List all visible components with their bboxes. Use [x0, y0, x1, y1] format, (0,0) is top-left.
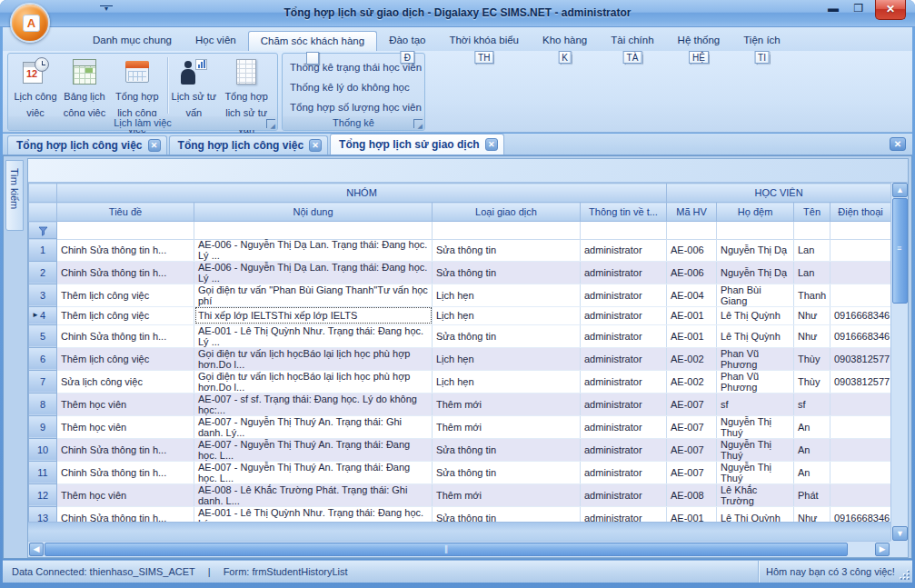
horizontal-scroll-thumb[interactable] — [45, 543, 848, 556]
cell-r2c5[interactable]: AE-006 — [667, 261, 717, 284]
cell-r4c4[interactable]: administrator — [581, 306, 667, 324]
table-row-6[interactable]: 6Thêm lịch công việcGọi điện tư vấn lịch… — [29, 347, 891, 370]
ribbon-tab-5[interactable]: Thời khóa biểuTH — [437, 31, 531, 51]
cell-r4c8[interactable]: 0916668346 — [830, 306, 891, 324]
cell-r7c8[interactable]: 0903812577 — [830, 370, 891, 393]
cell-r6c2[interactable]: Gọi điện tư vấn lịch họcBáo lại lịch học… — [194, 347, 433, 370]
filter-cell-3[interactable] — [433, 222, 581, 240]
cell-r4c6[interactable]: Lê Thị Quỳnh — [717, 306, 794, 324]
dialog-launcher-icon[interactable] — [413, 119, 423, 128]
cell-r5c3[interactable]: Sửa thông tin — [433, 324, 581, 347]
table-row-4[interactable]: ►4Thêm lịch công việcThi xếp lớp IELTSTh… — [29, 306, 891, 324]
cell-r3c5[interactable]: AE-004 — [667, 284, 717, 306]
document-tab-2[interactable]: Tổng hợp lịch công việc✕ — [169, 135, 329, 154]
cell-r11c6[interactable]: Nguyễn Thị Thuý — [717, 461, 794, 483]
ribbon-tab-4[interactable]: Đào tạoĐ — [377, 31, 437, 51]
cell-r3c2[interactable]: Gọi điện tư vấn "Phan Bùi Giang Thanh"Tư… — [194, 284, 433, 306]
cell-r2c4[interactable]: administrator — [581, 261, 667, 284]
scroll-left-icon[interactable]: ◀ — [29, 543, 44, 556]
tab-close-icon[interactable]: ✕ — [309, 139, 322, 152]
cell-r9c2[interactable]: AE-007 - Nguyễn Thị Thuý An. Trạng thái:… — [194, 415, 433, 438]
cell-r10c5[interactable]: AE-007 — [667, 438, 717, 461]
column-header-1[interactable]: Tiêu đề — [57, 203, 194, 222]
cell-r7c5[interactable]: AE-002 — [667, 370, 717, 393]
grid-group-panel[interactable] — [28, 159, 908, 183]
cell-r9c1[interactable]: Thêm học viên — [57, 415, 194, 438]
cell-r2c1[interactable]: Chinh Sửa thông tin h... — [57, 261, 194, 284]
cell-r1c4[interactable]: administrator — [581, 239, 667, 262]
cell-r5c4[interactable]: administrator — [581, 324, 667, 347]
cell-r4c5[interactable]: AE-001 — [667, 306, 717, 324]
cell-r10c7[interactable]: An — [794, 438, 830, 461]
cell-r7c1[interactable]: Sửa lịch công việc — [57, 370, 194, 393]
filter-cell-2[interactable] — [194, 222, 433, 240]
cell-r1c1[interactable]: Chinh Sửa thông tin h... — [57, 239, 194, 262]
cell-r9c8[interactable] — [830, 415, 891, 438]
column-header-4[interactable]: Thông tin về t... — [581, 203, 667, 222]
cell-r9c4[interactable]: administrator — [581, 415, 667, 438]
cell-r5c1[interactable]: Chinh Sửa thông tin h... — [57, 324, 194, 347]
cell-r11c2[interactable]: AE-007 - Nguyễn Thị Thuý An. Trạng thái:… — [194, 461, 433, 483]
cell-r7c4[interactable]: administrator — [581, 370, 667, 393]
cell-r10c8[interactable] — [830, 438, 891, 461]
cell-r4c1[interactable]: Thêm lịch công việc — [57, 306, 194, 324]
row-indicator[interactable]: 3 — [29, 284, 57, 306]
minimize-icon[interactable]: ▬ — [821, 0, 846, 18]
ribbon-tab-6[interactable]: Kho hàngK — [531, 31, 599, 51]
cell-r8c7[interactable]: sf — [794, 393, 830, 415]
cell-r1c5[interactable]: AE-006 — [667, 239, 717, 262]
ribbon-tab-9[interactable]: Tiện íchTI — [731, 31, 791, 51]
cell-r1c2[interactable]: AE-006 - Nguyễn Thị Dạ Lan. Trạng thái: … — [194, 239, 433, 262]
ribbon-tab-7[interactable]: Tài chínhTÀ — [599, 31, 665, 51]
cell-r11c3[interactable]: Sửa thông tin — [433, 461, 581, 483]
vertical-scrollbar[interactable]: ▲ ▼ — [890, 183, 908, 541]
search-dock-tab[interactable]: Tìm kiếm — [5, 160, 24, 231]
cell-r13c5[interactable]: AE-001 — [667, 506, 717, 522]
cell-r8c4[interactable]: administrator — [581, 393, 667, 415]
cell-r2c7[interactable]: Lan — [794, 261, 830, 284]
cell-r11c4[interactable]: administrator — [581, 461, 667, 483]
cell-r13c3[interactable]: Sửa thông tin — [433, 506, 581, 522]
ribbon-button-2[interactable]: Bảng lịch công việc — [60, 55, 109, 115]
cell-r9c6[interactable]: Nguyễn Thị Thuý — [717, 415, 794, 438]
table-row-8[interactable]: 8Thêm học viênAE-007 - sf sf. Trạng thái… — [29, 393, 891, 415]
band-header-2[interactable]: HỌC VIÊN — [667, 184, 891, 203]
cell-r5c5[interactable]: AE-001 — [667, 324, 717, 347]
table-row-1[interactable]: 1Chinh Sửa thông tin h...AE-006 - Nguyễn… — [29, 239, 891, 262]
cell-r10c2[interactable]: AE-007 - Nguyễn Thị Thuý An. Trạng thái:… — [194, 438, 433, 461]
cell-r13c6[interactable]: Lê Thị Quỳnh — [717, 506, 794, 522]
cell-r12c7[interactable]: Phát — [794, 483, 830, 506]
ribbon-button-1[interactable]: Lịch công việc — [11, 55, 60, 115]
cell-r7c2[interactable]: Gọi điện tư vấn lịch họcBáo lại lịch học… — [194, 370, 433, 393]
cell-r13c1[interactable]: Chinh Sửa thông tin h... — [57, 506, 194, 522]
horizontal-scrollbar[interactable]: ◀ ▶ — [28, 541, 890, 557]
cell-r4c7[interactable]: Như — [794, 306, 830, 324]
cell-r3c4[interactable]: administrator — [581, 284, 667, 306]
filter-cell-1[interactable] — [57, 222, 194, 240]
cell-r2c8[interactable] — [830, 261, 891, 284]
cell-r1c8[interactable] — [830, 239, 891, 262]
cell-r11c1[interactable]: Chinh Sửa thông tin h... — [57, 461, 194, 483]
row-indicator[interactable]: 8 — [29, 393, 57, 415]
cell-r10c3[interactable]: Sửa thông tin — [433, 438, 581, 461]
cell-r12c2[interactable]: AE-008 - Lê Khắc Trường Phát. Trạng thái… — [194, 483, 433, 506]
cell-r5c6[interactable]: Lê Thị Quỳnh — [717, 324, 794, 347]
table-row-2[interactable]: 2Chinh Sửa thông tin h...AE-006 - Nguyễn… — [29, 261, 891, 284]
column-header-5[interactable]: Mã HV — [667, 203, 717, 222]
cell-r1c6[interactable]: Nguyễn Thị Dạ — [717, 239, 794, 262]
cell-r12c8[interactable] — [830, 483, 891, 506]
document-tab-1[interactable]: Tổng hợp lịch công việc✕ — [7, 135, 167, 154]
column-header-2[interactable]: Nội dung — [194, 203, 433, 222]
table-row-10[interactable]: 10Chinh Sửa thông tin h...AE-007 - Nguyễ… — [29, 438, 891, 461]
cell-r4c3[interactable]: Lịch hẹn — [433, 306, 581, 324]
cell-r12c5[interactable]: AE-008 — [667, 483, 717, 506]
table-row-11[interactable]: 11Chinh Sửa thông tin h...AE-007 - Nguyễ… — [29, 461, 891, 483]
vertical-scroll-thumb[interactable] — [892, 198, 908, 304]
scroll-up-icon[interactable]: ▲ — [892, 183, 908, 197]
cell-r3c7[interactable]: Thanh — [794, 284, 830, 306]
tabbar-close-icon[interactable]: ✕ — [890, 137, 906, 151]
table-row-7[interactable]: 7Sửa lịch công việcGọi điện tư vấn lịch … — [29, 370, 891, 393]
cell-r2c3[interactable]: Sửa thông tin — [433, 261, 581, 284]
row-indicator[interactable]: 2 — [29, 261, 57, 284]
cell-r10c1[interactable]: Chinh Sửa thông tin h... — [57, 438, 194, 461]
